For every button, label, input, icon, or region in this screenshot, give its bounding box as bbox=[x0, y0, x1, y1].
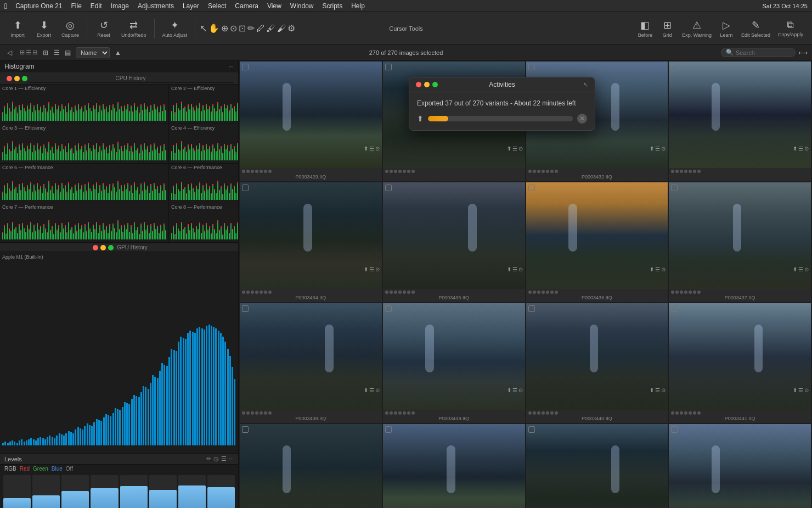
thumbnail-checkbox[interactable] bbox=[242, 185, 249, 191]
thumbnail-dot[interactable] bbox=[693, 411, 696, 415]
cursor-tool-8[interactable]: 🖋 bbox=[267, 24, 275, 34]
cursor-tool-7[interactable]: 🖊 bbox=[256, 24, 265, 34]
thumbnail-dot[interactable] bbox=[671, 291, 674, 294]
thumbnail-dot[interactable] bbox=[697, 291, 701, 294]
copy-apply-button[interactable]: ⧉ Copy/Apply bbox=[775, 17, 807, 40]
thumbnail-action-button[interactable]: ☰ bbox=[655, 387, 660, 393]
thumbnail-item[interactable]: ⬆☰⊙P0003445.IIQ bbox=[669, 424, 811, 508]
thumbnail-checkbox[interactable] bbox=[242, 426, 249, 433]
thumbnail-dot[interactable] bbox=[407, 170, 410, 173]
cursor-tool-3[interactable]: ⊕ bbox=[221, 23, 228, 34]
menu-select[interactable]: Select bbox=[204, 1, 230, 11]
thumbnail-dot[interactable] bbox=[550, 170, 554, 173]
thumbnail-dot[interactable] bbox=[689, 411, 692, 415]
thumbnail-item[interactable]: ⬆☰⊙P0003434.IIQ bbox=[240, 182, 382, 302]
thumbnail-dot[interactable] bbox=[394, 170, 397, 173]
edit-selected-button[interactable]: ✎ Edit Selected bbox=[738, 17, 774, 40]
thumbnail-dot[interactable] bbox=[268, 411, 272, 415]
thumbnail-dot[interactable] bbox=[689, 170, 692, 173]
grid-view-button[interactable]: ⊞ bbox=[41, 48, 50, 58]
content-area[interactable]: ⬆☰⊙P0003429.IIQ⬆☰⊙⬆☰⊙P0003432.IIQ⬆☰⊙⬆☰⊙P… bbox=[239, 60, 812, 508]
levels-history-button[interactable]: ◷ bbox=[213, 455, 219, 462]
thumbnail-dot[interactable] bbox=[675, 291, 679, 294]
thumbnail-dot[interactable] bbox=[684, 291, 687, 294]
thumbnail-action-button[interactable]: ⬆ bbox=[650, 266, 654, 272]
thumbnail-dot[interactable] bbox=[533, 170, 536, 173]
thumbnail-dot[interactable] bbox=[671, 411, 674, 415]
thumbnail-dot[interactable] bbox=[546, 411, 549, 415]
thumbnail-dot[interactable] bbox=[246, 170, 250, 173]
list-view-button[interactable]: ☰ bbox=[52, 48, 61, 58]
thumbnail-dot[interactable] bbox=[528, 411, 532, 415]
dialog-close-button[interactable] bbox=[416, 82, 421, 87]
thumbnail-dot[interactable] bbox=[260, 291, 263, 294]
thumbnail-dot[interactable] bbox=[697, 411, 701, 415]
cursor-tool-2[interactable]: ✋ bbox=[208, 23, 219, 34]
collapse-button[interactable]: ◁ bbox=[4, 48, 14, 58]
grid-button[interactable]: ⊞ Grid bbox=[657, 17, 678, 40]
thumbnail-dot[interactable] bbox=[398, 411, 402, 415]
thumbnail-dot[interactable] bbox=[693, 170, 696, 173]
thumbnail-item[interactable]: ⬆☰⊙P0003437.IIQ bbox=[669, 182, 811, 302]
thumbnail-action-button[interactable]: ⊙ bbox=[804, 387, 809, 393]
level-bar-5[interactable] bbox=[149, 475, 177, 508]
cursor-tool-10[interactable]: ⚙ bbox=[287, 23, 295, 34]
thumbnail-checkbox[interactable] bbox=[671, 64, 678, 70]
thumbnail-action-button[interactable]: ☰ bbox=[369, 266, 374, 272]
levels-edit-button[interactable]: ✏ bbox=[206, 455, 211, 462]
thumbnail-action-button[interactable]: ⊙ bbox=[804, 146, 809, 152]
search-input[interactable] bbox=[736, 49, 791, 56]
thumbnail-dot[interactable] bbox=[537, 170, 540, 173]
thumbnail-action-button[interactable]: ⬆ bbox=[364, 266, 368, 272]
thumbnail-dot[interactable] bbox=[385, 170, 388, 173]
thumbnail-checkbox[interactable] bbox=[385, 64, 392, 70]
thumbnail-dot[interactable] bbox=[411, 170, 415, 173]
thumbnail-dot[interactable] bbox=[680, 411, 683, 415]
histogram-menu-button[interactable]: ··· bbox=[228, 63, 234, 70]
apple-menu[interactable]:  bbox=[4, 2, 7, 10]
thumbnail-dot[interactable] bbox=[537, 411, 540, 415]
thumbnail-checkbox[interactable] bbox=[242, 64, 249, 70]
thumbnail-dot[interactable] bbox=[528, 291, 532, 294]
view-icons[interactable]: ⊞ ☰ ▤ bbox=[41, 48, 72, 58]
thumbnail-dot[interactable] bbox=[390, 170, 393, 173]
thumbnail-action-button[interactable]: ☰ bbox=[655, 146, 660, 152]
thumbnail-action-button[interactable]: ⊙ bbox=[804, 266, 809, 272]
thumbnail-dot[interactable] bbox=[251, 170, 254, 173]
thumbnail-dot[interactable] bbox=[255, 291, 258, 294]
menu-capture-one[interactable]: Capture One 21 bbox=[12, 1, 66, 11]
thumbnail-dot[interactable] bbox=[264, 170, 267, 173]
learn-button[interactable]: ▷ Learn bbox=[716, 17, 737, 40]
thumbnail-dot[interactable] bbox=[390, 291, 393, 294]
thumbnail-dot[interactable] bbox=[411, 291, 415, 294]
thumbnail-action-button[interactable]: ⬆ bbox=[507, 146, 511, 152]
menu-camera[interactable]: Camera bbox=[231, 1, 262, 11]
cancel-button[interactable]: ✕ bbox=[577, 114, 587, 124]
thumbnail-dot[interactable] bbox=[394, 291, 397, 294]
thumbnail-action-button[interactable]: ☰ bbox=[798, 387, 803, 393]
thumbnail-action-button[interactable]: ☰ bbox=[512, 146, 517, 152]
thumbnail-dot[interactable] bbox=[680, 291, 683, 294]
thumbnail-dot[interactable] bbox=[533, 291, 536, 294]
thumbnail-dot[interactable] bbox=[671, 170, 674, 173]
cursor-tool-1[interactable]: ↖ bbox=[200, 23, 207, 34]
thumbnail-dot[interactable] bbox=[555, 291, 558, 294]
thumbnail-dot[interactable] bbox=[264, 291, 267, 294]
thumbnail-item[interactable]: ⬆☰⊙P0003443.IIQ bbox=[383, 424, 525, 508]
thumbnail-dot[interactable] bbox=[407, 291, 410, 294]
thumbnail-dot[interactable] bbox=[542, 170, 545, 173]
thumbnail-dot[interactable] bbox=[537, 291, 540, 294]
gpu-minimize-button[interactable] bbox=[100, 245, 106, 250]
menu-image[interactable]: Image bbox=[107, 1, 133, 11]
thumbnail-dot[interactable] bbox=[242, 411, 245, 415]
thumbnail-dot[interactable] bbox=[693, 291, 696, 294]
thumbnail-action-button[interactable]: ☰ bbox=[798, 266, 803, 272]
thumbnail-action-button[interactable]: ⬆ bbox=[507, 266, 511, 272]
thumbnail-dot[interactable] bbox=[398, 170, 402, 173]
cpu-close-button[interactable] bbox=[7, 76, 12, 81]
thumbnail-item[interactable]: ⬆☰⊙P0003435.IIQ bbox=[383, 182, 525, 302]
cpu-maximize-button[interactable] bbox=[22, 76, 27, 81]
thumbnail-dot[interactable] bbox=[407, 411, 410, 415]
thumbnail-checkbox[interactable] bbox=[385, 426, 392, 433]
thumbnail-dot[interactable] bbox=[251, 291, 254, 294]
